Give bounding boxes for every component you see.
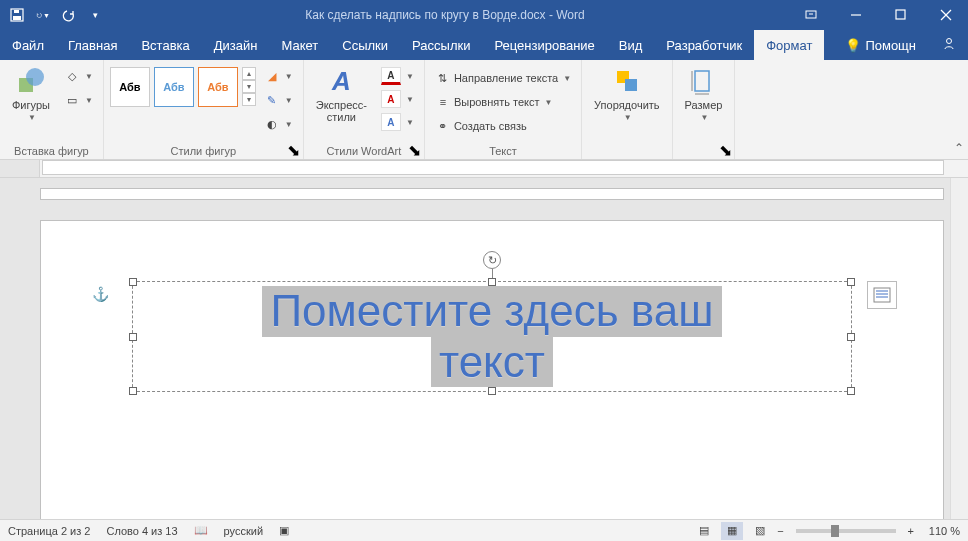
text-direction-button[interactable]: ⇅Направление текста▼ — [431, 67, 575, 89]
arrange-button[interactable]: Упорядочить ▼ — [588, 63, 665, 124]
shape-outline-button[interactable]: ✎▼ — [260, 89, 297, 111]
group-label-shape-styles: Стили фигур — [110, 143, 297, 159]
resize-handle-br[interactable] — [847, 387, 855, 395]
ribbon: Фигуры ▼ ◇▼ ▭▼ Вставка фигур Абв Абв Абв… — [0, 60, 968, 160]
resize-handle-ml[interactable] — [129, 333, 137, 341]
zoom-out-button[interactable]: − — [777, 525, 783, 537]
tab-file[interactable]: Файл — [0, 30, 56, 60]
svg-rect-13 — [695, 71, 709, 91]
resize-handle-bl[interactable] — [129, 387, 137, 395]
ribbon-display-options-icon[interactable] — [788, 0, 833, 30]
style-scroll-down[interactable]: ▾ — [242, 80, 256, 93]
selection-box[interactable]: Поместите здесь ваш текст — [132, 281, 852, 392]
wordart-text-line2[interactable]: текст — [431, 337, 553, 388]
create-link-button[interactable]: ⚭Создать связь — [431, 115, 575, 137]
redo-icon[interactable] — [62, 8, 76, 22]
undo-icon[interactable]: ▼ — [36, 8, 50, 22]
resize-handle-tm[interactable] — [488, 278, 496, 286]
align-text-icon: ≡ — [435, 94, 451, 110]
outline-icon: ✎ — [264, 92, 280, 108]
size-button[interactable]: Размер ▼ — [679, 63, 729, 124]
resize-handle-tl[interactable] — [129, 278, 137, 286]
maximize-icon[interactable] — [878, 0, 923, 30]
text-effects-button[interactable]: A▼ — [377, 111, 418, 133]
shape-style-3[interactable]: Абв — [198, 67, 238, 107]
spellcheck-icon[interactable]: 📖 — [194, 524, 208, 537]
save-icon[interactable] — [10, 8, 24, 22]
tab-review[interactable]: Рецензирование — [482, 30, 606, 60]
macro-recording-icon[interactable]: ▣ — [279, 524, 289, 537]
text-effects-icon: A — [381, 113, 401, 131]
resize-handle-mr[interactable] — [847, 333, 855, 341]
tab-view[interactable]: Вид — [607, 30, 655, 60]
shape-fill-button[interactable]: ◢▼ — [260, 65, 297, 87]
web-layout-icon[interactable]: ▧ — [749, 522, 771, 540]
group-size: Размер ▼ ⬊ — [673, 60, 736, 159]
shape-styles-launcher[interactable]: ⬊ — [287, 143, 301, 157]
previous-page-edge — [40, 188, 944, 200]
text-direction-icon: ⇅ — [435, 70, 451, 86]
group-wordart-styles: A Экспресс- стили A▼ A▼ A▼ Стили WordArt… — [304, 60, 425, 159]
fill-icon: ◢ — [264, 68, 280, 84]
layout-options-button[interactable] — [867, 281, 897, 309]
tab-references[interactable]: Ссылки — [330, 30, 400, 60]
tab-insert[interactable]: Вставка — [129, 30, 201, 60]
word-count[interactable]: Слово 4 из 13 — [106, 525, 177, 537]
tell-me-button[interactable]: 💡 Помощн — [831, 38, 930, 53]
horizontal-ruler[interactable] — [0, 160, 968, 178]
read-mode-icon[interactable]: ▤ — [693, 522, 715, 540]
style-gallery-expand[interactable]: ▾ — [242, 93, 256, 106]
resize-handle-bm[interactable] — [488, 387, 496, 395]
group-shape-styles: Абв Абв Абв ▴ ▾ ▾ ◢▼ ✎▼ ◐▼ Стили фигур ⬊ — [104, 60, 304, 159]
tab-mailings[interactable]: Рассылки — [400, 30, 482, 60]
status-bar: Страница 2 из 2 Слово 4 из 13 📖 русский … — [0, 519, 968, 541]
svg-rect-2 — [14, 10, 19, 13]
qat-customize-icon[interactable]: ▾ — [88, 8, 102, 22]
language-indicator[interactable]: русский — [224, 525, 263, 537]
vertical-scrollbar[interactable] — [950, 178, 968, 541]
close-icon[interactable] — [923, 0, 968, 30]
size-icon — [687, 65, 719, 97]
group-arrange: Упорядочить ▼ — [582, 60, 672, 159]
page-indicator[interactable]: Страница 2 из 2 — [8, 525, 90, 537]
print-layout-icon[interactable]: ▦ — [721, 522, 743, 540]
text-outline-button[interactable]: A▼ — [377, 88, 418, 110]
shape-style-1[interactable]: Абв — [110, 67, 150, 107]
vertical-ruler[interactable] — [0, 178, 40, 541]
text-fill-button[interactable]: A▼ — [377, 65, 418, 87]
tab-format[interactable]: Формат — [754, 30, 824, 60]
share-button[interactable] — [930, 37, 968, 54]
resize-handle-tr[interactable] — [847, 278, 855, 286]
tab-design[interactable]: Дизайн — [202, 30, 270, 60]
zoom-level[interactable]: 110 % — [920, 525, 960, 537]
shape-style-2[interactable]: Абв — [154, 67, 194, 107]
ribbon-tabs: Файл Главная Вставка Дизайн Макет Ссылки… — [0, 30, 968, 60]
edit-shape-button[interactable]: ◇▼ — [60, 65, 97, 87]
zoom-slider-thumb[interactable] — [831, 525, 839, 537]
textbox-icon: ▭ — [64, 92, 80, 108]
wordart-object[interactable]: ⚓ ↻ Поместите здесь ваш текст — [132, 281, 852, 392]
style-scroll-up[interactable]: ▴ — [242, 67, 256, 80]
collapse-ribbon-icon[interactable]: ⌃ — [954, 141, 964, 155]
size-launcher[interactable]: ⬊ — [718, 143, 732, 157]
minimize-icon[interactable] — [833, 0, 878, 30]
draw-textbox-button[interactable]: ▭▼ — [60, 89, 97, 111]
page[interactable]: ⚓ ↻ Поместите здесь ваш текст — [40, 220, 944, 540]
wordart-text-line1[interactable]: Поместите здесь ваш — [262, 286, 721, 337]
tab-layout[interactable]: Макет — [269, 30, 330, 60]
tab-home[interactable]: Главная — [56, 30, 129, 60]
quick-styles-button[interactable]: A Экспресс- стили — [310, 63, 373, 125]
svg-rect-12 — [625, 79, 637, 91]
shape-effects-button[interactable]: ◐▼ — [260, 113, 297, 135]
quick-styles-icon: A — [325, 65, 357, 97]
rotate-handle[interactable]: ↻ — [483, 251, 501, 269]
align-text-button[interactable]: ≡Выровнять текст▼ — [431, 91, 575, 113]
tab-developer[interactable]: Разработчик — [654, 30, 754, 60]
zoom-slider[interactable] — [796, 529, 896, 533]
wordart-styles-launcher[interactable]: ⬊ — [408, 143, 422, 157]
lightbulb-icon: 💡 — [845, 38, 861, 53]
shapes-button[interactable]: Фигуры ▼ — [6, 63, 56, 124]
zoom-in-button[interactable]: + — [908, 525, 914, 537]
group-text: ⇅Направление текста▼ ≡Выровнять текст▼ ⚭… — [425, 60, 582, 159]
edit-shape-icon: ◇ — [64, 68, 80, 84]
